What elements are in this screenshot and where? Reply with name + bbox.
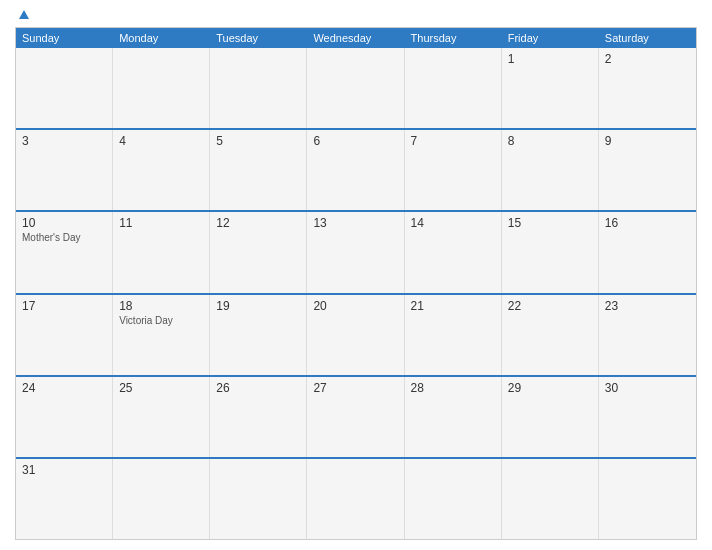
day-cell: [113, 459, 210, 539]
week-row-3: 1718Victoria Day1920212223: [16, 293, 696, 375]
day-number: 15: [508, 216, 592, 230]
day-number: 28: [411, 381, 495, 395]
day-cell: 8: [502, 130, 599, 210]
day-number: 26: [216, 381, 300, 395]
day-cell: [405, 459, 502, 539]
day-cell: 11: [113, 212, 210, 292]
day-number: 4: [119, 134, 203, 148]
day-cell: 15: [502, 212, 599, 292]
day-cell: 27: [307, 377, 404, 457]
day-number: 8: [508, 134, 592, 148]
day-number: 2: [605, 52, 690, 66]
day-cell: 28: [405, 377, 502, 457]
logo-blue-text: [15, 10, 29, 19]
day-cell: 7: [405, 130, 502, 210]
day-cell: 5: [210, 130, 307, 210]
day-number: 9: [605, 134, 690, 148]
day-cell: [113, 48, 210, 128]
week-row-1: 3456789: [16, 128, 696, 210]
day-cell: [502, 459, 599, 539]
day-cell: 29: [502, 377, 599, 457]
day-number: 14: [411, 216, 495, 230]
day-cell: 19: [210, 295, 307, 375]
day-number: 1: [508, 52, 592, 66]
day-cell: 13: [307, 212, 404, 292]
day-cell: 25: [113, 377, 210, 457]
day-number: 7: [411, 134, 495, 148]
day-header-thursday: Thursday: [405, 28, 502, 48]
day-header-sunday: Sunday: [16, 28, 113, 48]
day-cell: 10Mother's Day: [16, 212, 113, 292]
day-number: 21: [411, 299, 495, 313]
day-header-saturday: Saturday: [599, 28, 696, 48]
day-number: 19: [216, 299, 300, 313]
day-cell: 1: [502, 48, 599, 128]
holiday-label: Victoria Day: [119, 315, 203, 326]
day-number: 6: [313, 134, 397, 148]
day-number: 31: [22, 463, 106, 477]
day-cell: 21: [405, 295, 502, 375]
weeks-container: 12345678910Mother's Day1112131415161718V…: [16, 48, 696, 539]
day-cell: 16: [599, 212, 696, 292]
day-header-friday: Friday: [502, 28, 599, 48]
day-number: 11: [119, 216, 203, 230]
day-cell: [210, 459, 307, 539]
logo-triangle-icon: [19, 10, 29, 19]
day-cell: [599, 459, 696, 539]
day-number: 22: [508, 299, 592, 313]
day-cell: 26: [210, 377, 307, 457]
day-number: 10: [22, 216, 106, 230]
day-cell: 22: [502, 295, 599, 375]
day-cell: 18Victoria Day: [113, 295, 210, 375]
day-number: 24: [22, 381, 106, 395]
day-cell: 24: [16, 377, 113, 457]
day-number: 23: [605, 299, 690, 313]
week-row-5: 31: [16, 457, 696, 539]
day-headers: SundayMondayTuesdayWednesdayThursdayFrid…: [16, 28, 696, 48]
day-number: 13: [313, 216, 397, 230]
calendar-header: [15, 10, 697, 19]
day-cell: 3: [16, 130, 113, 210]
day-number: 5: [216, 134, 300, 148]
day-cell: 9: [599, 130, 696, 210]
day-number: 30: [605, 381, 690, 395]
week-row-0: 12: [16, 48, 696, 128]
day-cell: 30: [599, 377, 696, 457]
day-cell: 23: [599, 295, 696, 375]
day-cell: 12: [210, 212, 307, 292]
day-number: 16: [605, 216, 690, 230]
day-cell: 20: [307, 295, 404, 375]
day-cell: 17: [16, 295, 113, 375]
day-cell: [405, 48, 502, 128]
calendar: SundayMondayTuesdayWednesdayThursdayFrid…: [15, 27, 697, 540]
day-number: 29: [508, 381, 592, 395]
day-cell-empty: [16, 48, 113, 128]
day-header-wednesday: Wednesday: [307, 28, 404, 48]
day-header-tuesday: Tuesday: [210, 28, 307, 48]
day-cell: [307, 459, 404, 539]
day-cell: [210, 48, 307, 128]
day-cell: 2: [599, 48, 696, 128]
day-number: 20: [313, 299, 397, 313]
day-cell: 31: [16, 459, 113, 539]
day-number: 17: [22, 299, 106, 313]
day-number: 25: [119, 381, 203, 395]
week-row-2: 10Mother's Day111213141516: [16, 210, 696, 292]
logo: [15, 10, 29, 19]
day-number: 3: [22, 134, 106, 148]
day-cell: 14: [405, 212, 502, 292]
day-cell: 6: [307, 130, 404, 210]
day-cell: [307, 48, 404, 128]
holiday-label: Mother's Day: [22, 232, 106, 243]
week-row-4: 24252627282930: [16, 375, 696, 457]
day-header-monday: Monday: [113, 28, 210, 48]
day-cell: 4: [113, 130, 210, 210]
day-number: 27: [313, 381, 397, 395]
day-number: 12: [216, 216, 300, 230]
day-number: 18: [119, 299, 203, 313]
